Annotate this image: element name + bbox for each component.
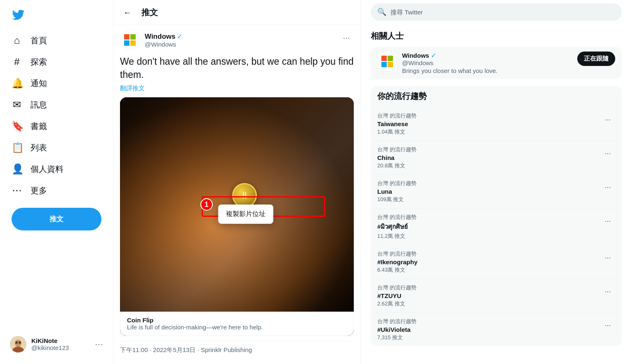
sidebar-user-profile[interactable]: KiKiNote @kikinote123 ⋯: [3, 331, 110, 357]
trend-context-4: 台灣 的流行趨勢: [377, 250, 418, 258]
trend-name-3: #มิวศุกศิษย์: [377, 222, 416, 232]
trend-item-3[interactable]: 台灣 的流行趨勢 #มิวศุกศิษย์ 11.2萬 推文 ···: [371, 208, 622, 245]
trend-item-0[interactable]: 台灣 的流行趨勢 Taiwanese 1.04萬 推文 ···: [371, 107, 622, 141]
sidebar-user-more-icon: ⋯: [95, 339, 103, 349]
sidebar-user-handle: @kikinote123: [31, 344, 90, 351]
home-icon: ⌂: [12, 35, 22, 46]
sidebar-label-lists: 列表: [31, 142, 47, 153]
sidebar-label-more: 更多: [31, 185, 47, 196]
sidebar-item-bookmarks[interactable]: 🔖 書籤: [5, 115, 108, 137]
author-name: Windows: [145, 33, 175, 41]
list-icon: 📋: [12, 142, 22, 153]
sidebar-label-messages: 訊息: [31, 99, 47, 110]
trend-context-1: 台灣 的流行趨勢: [377, 146, 416, 153]
author-handle: @Windows: [145, 41, 182, 48]
tweet-header: ← 推文: [113, 0, 360, 25]
trend-context-5: 台灣 的流行趨勢: [377, 284, 416, 291]
trend-name-6: #UkiVioleta: [377, 326, 416, 333]
trend-count-2: 109萬 推文: [377, 196, 416, 203]
related-avatar: [377, 52, 397, 71]
bookmark-icon: 🔖: [12, 120, 22, 132]
trend-item-2[interactable]: 台灣 的流行趨勢 Luna 109萬 推文 ···: [371, 174, 622, 208]
sidebar-item-profile[interactable]: 👤 個人資料: [5, 158, 108, 180]
tweet-timestamp: 下午11:00 · 2022年5月13日 · Sprinklr Publishi…: [120, 341, 354, 359]
sidebar-item-messages[interactable]: ✉ 訊息: [5, 94, 108, 115]
trend-name-5: #TZUYU: [377, 292, 416, 299]
related-verified-icon: ✓: [431, 52, 436, 59]
related-people-title: 相關人士: [371, 31, 622, 42]
sidebar-label-home: 首頁: [31, 35, 47, 46]
trend-context-2: 台灣 的流行趨勢: [377, 180, 416, 187]
trends-section: 你的流行趨勢 台灣 的流行趨勢 Taiwanese 1.04萬 推文 ··· 台…: [371, 86, 622, 346]
trend-more-1[interactable]: ···: [600, 146, 615, 161]
trend-more-3[interactable]: ···: [600, 214, 615, 228]
mail-icon: ✉: [12, 99, 22, 110]
bell-icon: 🔔: [12, 77, 22, 89]
sidebar-label-bookmarks: 書籤: [31, 121, 47, 132]
related-handle: @Windows: [402, 59, 572, 66]
tweet-media: ⏸ 1 複製影片位址 Coin Flip Life is full of dec…: [120, 97, 354, 336]
sidebar-user-name: KiKiNote: [31, 337, 90, 344]
trend-more-6[interactable]: ···: [600, 318, 615, 333]
related-description: Brings you closer to what you love.: [402, 67, 572, 74]
more-icon: ⋯: [12, 185, 22, 196]
caption-title: Coin Flip: [127, 317, 347, 324]
step-badge: 1: [200, 198, 213, 211]
sidebar-item-lists[interactable]: 📋 列表: [5, 137, 108, 158]
verified-icon: ✓: [177, 33, 182, 40]
media-caption: Coin Flip Life is full of decision-makin…: [120, 312, 354, 336]
page-title: 推文: [141, 7, 158, 18]
media-video[interactable]: ⏸ 1 複製影片位址: [120, 97, 354, 312]
trend-count-1: 20.8萬 推文: [377, 162, 416, 169]
tweet-body: Windows ✓ @Windows ··· We don't have all…: [113, 25, 360, 359]
trend-more-4[interactable]: ···: [600, 250, 615, 265]
translate-link[interactable]: 翻譯推文: [120, 85, 354, 92]
follow-button[interactable]: 正在跟隨: [577, 52, 615, 66]
trend-more-0[interactable]: ···: [600, 112, 615, 127]
sidebar-item-more[interactable]: ⋯ 更多: [5, 180, 108, 201]
tweet-text: We don't have all the answers, but we ca…: [120, 55, 354, 81]
trend-item-1[interactable]: 台灣 的流行趨勢 China 20.8萬 推文 ···: [371, 141, 622, 174]
trend-item-5[interactable]: 台灣 的流行趨勢 #TZUYU 2.62萬 推文 ···: [371, 279, 622, 312]
search-input[interactable]: [390, 9, 615, 16]
person-icon: 👤: [12, 163, 22, 175]
trend-count-3: 11.2萬 推文: [377, 232, 416, 240]
tweet-more-button[interactable]: ···: [339, 30, 354, 45]
search-icon: 🔍: [377, 7, 386, 16]
sidebar-label-explore: 探索: [31, 56, 47, 68]
trend-name-1: China: [377, 154, 416, 161]
trend-count-4: 6.43萬 推文: [377, 266, 418, 274]
trend-name-4: #Ikenography: [377, 258, 418, 265]
trend-count-5: 2.62萬 推文: [377, 300, 416, 308]
caption-description: Life is full of decision-making—we're he…: [127, 324, 347, 331]
trend-context-6: 台灣 的流行趨勢: [377, 318, 416, 325]
sidebar: ⌂ 首頁 # 探索 🔔 通知 ✉ 訊息 🔖 書籤 📋 列表 👤 個人資料 ⋯ 更…: [0, 0, 113, 364]
copy-video-url-menu-item[interactable]: 複製影片位址: [218, 204, 273, 224]
trend-count-6: 7,315 推文: [377, 334, 416, 341]
trend-more-2[interactable]: ···: [600, 180, 615, 195]
trend-context-0: 台灣 的流行趨勢: [377, 112, 416, 120]
sidebar-label-profile: 個人資料: [31, 164, 64, 175]
svg-point-3: [15, 341, 18, 344]
back-button[interactable]: ←: [120, 5, 135, 20]
sidebar-label-notifications: 通知: [31, 78, 47, 89]
related-person-item: Windows ✓ @Windows Brings you closer to …: [371, 47, 622, 79]
related-name: Windows: [402, 52, 429, 59]
tweet-compose-button[interactable]: 推文: [12, 208, 101, 230]
search-bar: 🔍: [371, 0, 622, 24]
trends-title: 你的流行趨勢: [371, 86, 622, 107]
svg-point-4: [19, 341, 21, 344]
twitter-logo[interactable]: [5, 3, 108, 28]
right-sidebar: 🔍 相關人士 Windows ✓ @Windows Brings you clo…: [361, 0, 635, 364]
trend-name-2: Luna: [377, 188, 416, 195]
trend-item-4[interactable]: 台灣 的流行趨勢 #Ikenography 6.43萬 推文 ···: [371, 245, 622, 279]
trend-item-6[interactable]: 台灣 的流行趨勢 #UkiVioleta 7,315 推文 ···: [371, 312, 622, 346]
author-avatar: [120, 30, 140, 50]
avatar: [10, 336, 26, 352]
explore-icon: #: [12, 56, 22, 68]
sidebar-item-notifications[interactable]: 🔔 通知: [5, 73, 108, 94]
sidebar-item-explore[interactable]: # 探索: [5, 51, 108, 73]
sidebar-item-home[interactable]: ⌂ 首頁: [5, 30, 108, 51]
trend-more-5[interactable]: ···: [600, 284, 615, 299]
trend-context-3: 台灣 的流行趨勢: [377, 214, 416, 221]
